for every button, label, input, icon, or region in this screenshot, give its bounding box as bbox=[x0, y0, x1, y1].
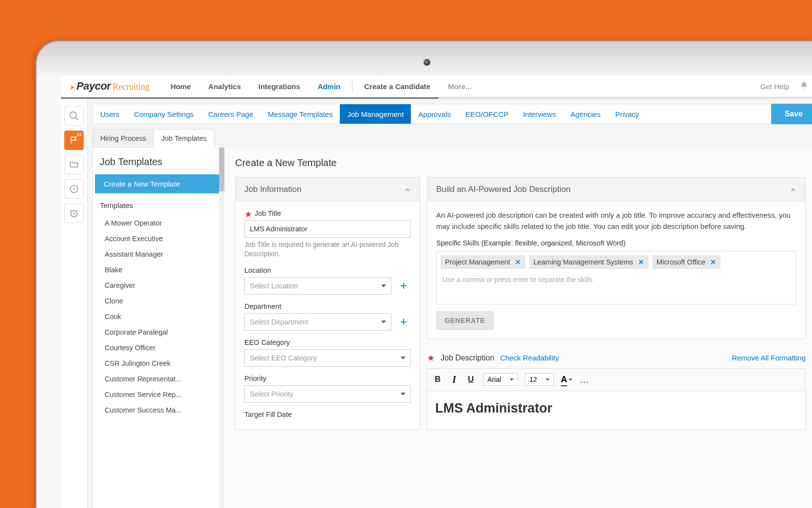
caret-down-icon bbox=[510, 378, 514, 381]
templates-heading: Templates bbox=[93, 201, 224, 215]
location-placeholder: Select Location bbox=[250, 282, 298, 290]
caret-down-icon[interactable] bbox=[569, 378, 572, 381]
template-item[interactable]: Cook bbox=[93, 309, 224, 324]
get-help-link[interactable]: Get Help bbox=[760, 82, 789, 91]
templates-title: Job Templates bbox=[93, 148, 224, 174]
nav-home[interactable]: Home bbox=[162, 82, 200, 91]
tab-job-management[interactable]: Job Management bbox=[340, 104, 411, 124]
editor-toolbar: B I U Arial 12 bbox=[427, 368, 806, 391]
skill-chip-label: Project Management bbox=[445, 258, 510, 266]
bold-button[interactable]: B bbox=[432, 373, 443, 386]
job-info-header[interactable]: Job Information bbox=[236, 178, 420, 202]
tab-privacy[interactable]: Privacy bbox=[608, 104, 646, 124]
template-item[interactable]: Customer Success Ma... bbox=[93, 402, 224, 418]
logo[interactable]: ➤ Paycor Recruiting bbox=[70, 80, 149, 93]
tab-company-settings[interactable]: Company Settings bbox=[127, 104, 201, 124]
skills-input-box[interactable]: Project Management ✕ Learning Management… bbox=[436, 251, 796, 304]
rail-flag-button[interactable]: 11 bbox=[64, 131, 84, 150]
skill-chip: Project Management ✕ bbox=[441, 255, 525, 269]
save-button[interactable]: Save bbox=[771, 104, 812, 124]
add-location-button[interactable]: + bbox=[396, 279, 411, 293]
template-item[interactable]: Corporate Paralegal bbox=[93, 324, 224, 340]
nav-integrations[interactable]: Integrations bbox=[250, 82, 309, 91]
priority-placeholder: Select Priority bbox=[250, 390, 293, 398]
template-item[interactable]: Courtesy Officer bbox=[93, 340, 224, 356]
template-item[interactable]: Customer Representat... bbox=[93, 371, 224, 387]
template-item[interactable]: Assistant Manager bbox=[93, 246, 224, 262]
job-info-header-label: Job Information bbox=[244, 185, 301, 194]
location-select[interactable]: Select Location bbox=[244, 277, 391, 295]
rail-badge: 11 bbox=[77, 132, 82, 137]
tab-users[interactable]: Users bbox=[93, 104, 127, 124]
font-size-select[interactable]: 12 bbox=[525, 373, 554, 386]
logo-main: Paycor bbox=[76, 80, 111, 93]
font-size-value: 12 bbox=[529, 376, 537, 383]
template-item[interactable]: Blake bbox=[93, 262, 224, 278]
eeo-label: EEO Category bbox=[244, 339, 290, 346]
ai-card: Build an AI-Powered Job Description An A… bbox=[427, 177, 806, 339]
tab-interviews[interactable]: Interviews bbox=[516, 104, 563, 124]
screen: ➤ Paycor Recruiting Home Analytics Integ… bbox=[61, 75, 812, 508]
jd-editor[interactable]: LMS Administrator bbox=[427, 391, 806, 430]
tab-careers-page[interactable]: Careers Page bbox=[201, 104, 261, 124]
remove-skill-icon[interactable]: ✕ bbox=[515, 258, 521, 266]
rail-alarm-button[interactable] bbox=[64, 204, 84, 223]
template-item[interactable]: Clone bbox=[93, 293, 224, 309]
underline-button[interactable]: U bbox=[465, 373, 476, 386]
font-select[interactable]: Arial bbox=[483, 373, 518, 386]
template-item[interactable]: CSR Julington Creek bbox=[93, 356, 224, 371]
create-template-button[interactable]: Create a New Template bbox=[95, 174, 222, 193]
top-nav: ➤ Paycor Recruiting Home Analytics Integ… bbox=[61, 75, 812, 97]
eeo-select[interactable]: Select EEO Category bbox=[244, 349, 411, 367]
clock-icon bbox=[69, 184, 79, 194]
template-item[interactable]: A Mower Operator bbox=[93, 215, 224, 231]
italic-button[interactable]: I bbox=[450, 373, 459, 387]
logo-sub: Recruiting bbox=[112, 82, 149, 92]
nav-separator bbox=[352, 80, 352, 93]
nav-analytics[interactable]: Analytics bbox=[200, 82, 250, 91]
template-item[interactable]: Account Executive bbox=[93, 231, 224, 246]
check-readability-link[interactable]: Check Readability bbox=[500, 354, 559, 362]
caret-down-icon bbox=[381, 320, 386, 323]
caret-down-icon bbox=[546, 378, 550, 381]
rail-clock-button[interactable] bbox=[64, 179, 84, 199]
camera-dot bbox=[424, 59, 430, 66]
template-item[interactable]: Caregiver bbox=[93, 278, 224, 293]
remove-skill-icon[interactable]: ✕ bbox=[710, 258, 716, 266]
ai-header[interactable]: Build an AI-Powered Job Description bbox=[427, 178, 805, 202]
scrollbar-thumb[interactable] bbox=[219, 148, 224, 191]
template-item[interactable]: Customer Service Rep... bbox=[93, 387, 224, 402]
add-department-button[interactable]: + bbox=[396, 315, 411, 329]
skills-placeholder: Use a comma or press enter to separate t… bbox=[441, 273, 594, 286]
tab-message-templates[interactable]: Message Templates bbox=[260, 104, 340, 124]
skill-chip-label: Microsoft Office bbox=[657, 258, 705, 266]
tab-agencies[interactable]: Agencies bbox=[563, 104, 608, 124]
tab-approvals[interactable]: Approvals bbox=[411, 104, 458, 124]
content-wrap: Job Templates Create a New Template Temp… bbox=[92, 148, 812, 508]
generate-button[interactable]: GENERATE bbox=[436, 311, 494, 330]
ai-description: An AI-powered job description can be cre… bbox=[436, 209, 796, 232]
nav-create-candidate[interactable]: Create a Candidate bbox=[355, 82, 439, 91]
department-select[interactable]: Select Department bbox=[244, 313, 391, 331]
priority-select[interactable]: Select Priority bbox=[244, 385, 411, 403]
job-title-hint: Job Title is required to generate an AI-… bbox=[244, 240, 411, 259]
subtab-hiring-process[interactable]: Hiring Process bbox=[92, 129, 154, 148]
jd-label: Job Description bbox=[441, 354, 494, 362]
main-title: Create a New Template bbox=[235, 157, 806, 169]
subtab-job-templates[interactable]: Job Templates bbox=[153, 129, 214, 148]
skill-chip-label: Learning Management Systems bbox=[534, 258, 633, 266]
notifications-bell-icon[interactable] bbox=[800, 81, 808, 91]
font-color-button[interactable]: A bbox=[561, 375, 567, 385]
remove-formatting-link[interactable]: Remove All Formatting bbox=[732, 354, 806, 362]
rail-folder-button[interactable] bbox=[64, 155, 84, 174]
rail-search-button[interactable] bbox=[64, 106, 84, 126]
nav-admin[interactable]: Admin bbox=[309, 82, 350, 91]
scrollbar[interactable] bbox=[219, 148, 224, 508]
more-toolbar-button[interactable]: … bbox=[579, 374, 590, 385]
remove-skill-icon[interactable]: ✕ bbox=[638, 258, 644, 266]
job-title-input[interactable] bbox=[244, 220, 411, 238]
tab-eeo-ofccp[interactable]: EEO/OFCCP bbox=[458, 104, 516, 124]
eeo-placeholder: Select EEO Category bbox=[250, 354, 317, 362]
nav-more[interactable]: More... bbox=[439, 82, 480, 91]
job-info-card: Job Information ★Job Title Job Title is … bbox=[235, 177, 420, 430]
